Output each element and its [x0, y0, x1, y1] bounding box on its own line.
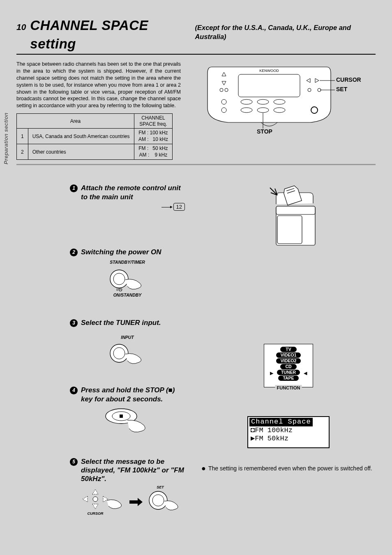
step-badge: 3	[70, 319, 78, 327]
label-input: INPUT	[70, 334, 185, 340]
svg-text:SET: SET	[157, 485, 164, 489]
step-4: 4 Press and hold the STOP (■) key for ab…	[70, 386, 185, 437]
step-text: Select the message to be displayed, "FM …	[81, 457, 185, 484]
lcd-title: Channel Space	[249, 418, 313, 426]
svg-text:KENWOOD: KENWOOD	[259, 69, 279, 73]
step-1: 1 Attach the remote control unit to the …	[70, 184, 185, 211]
function-caption: FUNCTION	[275, 385, 302, 391]
area-table: Area CHANNEL SPACE freq. 1 USA, Canada a…	[16, 113, 173, 160]
svg-point-19	[113, 273, 125, 285]
func-item: VIDEO2	[276, 358, 301, 364]
page-title: CHANNEL SPACE setting	[30, 16, 191, 53]
page-header: 10 CHANNEL SPACE setting (Except for the…	[16, 16, 376, 55]
stop-button-icon	[99, 406, 156, 437]
svg-text:I/⏻: I/⏻	[116, 288, 122, 292]
cursor-set-icon: CURSOR SET	[80, 486, 175, 519]
lcd-row: ◘FM 100kHz	[248, 426, 329, 435]
svg-point-26	[93, 497, 98, 502]
pointer-left-icon: ▶	[270, 370, 273, 376]
func-item: TAPE	[278, 375, 299, 381]
lcd-row: ▶FM 50kHz	[248, 435, 329, 443]
svg-rect-33	[277, 216, 302, 244]
remote-attach-illustration	[251, 184, 325, 253]
svg-rect-32	[276, 206, 315, 214]
section-divider	[16, 164, 376, 165]
func-item: VIDEO1	[276, 352, 301, 358]
device-diagram: KENWOOD	[191, 61, 376, 135]
table-row: 1 USA, Canada and South American countri…	[17, 129, 173, 144]
table-row: 2 Other countries FM : 50 kHz AM : 9 kHz	[17, 144, 173, 160]
page-number: 10	[16, 21, 26, 33]
svg-point-29	[152, 495, 164, 506]
side-tab: Preparation section	[2, 113, 10, 164]
footnote: ● The setting is remembered even when th…	[201, 465, 376, 472]
knob-icon	[103, 343, 152, 365]
step-badge: 5	[70, 458, 78, 466]
function-menu: TV VIDEO1 VIDEO2 CD ▶ TUNER ◀ TAPE	[264, 344, 313, 387]
knob-icon: I/⏻	[103, 267, 152, 292]
step-text: Attach the remote control unit to the ma…	[81, 184, 185, 201]
step-badge: 2	[70, 249, 78, 256]
note-text: The setting is remembered even when the …	[208, 465, 372, 472]
th-area: Area	[17, 114, 134, 129]
func-item-selected: TUNER	[277, 370, 300, 375]
page-subtitle: (Except for the U.S.A., Canada, U.K., Eu…	[195, 23, 376, 41]
step-3: 3 Select the TUNER input. INPUT	[70, 318, 185, 365]
step-2: 2 Switching the power ON STANDBY/TIMER I…	[70, 248, 185, 298]
step-badge: 1	[70, 184, 78, 192]
label-cursor: CURSOR	[336, 76, 361, 84]
lcd-display: Channel Space ◘FM 100kHz ▶FM 50kHz	[247, 416, 330, 448]
intro-paragraph: The space between radio channels has bee…	[16, 61, 181, 109]
func-item: CD	[280, 364, 297, 369]
pointer-right-icon: ◀	[304, 370, 307, 376]
label-stop: STOP	[257, 128, 272, 136]
step-badge: 4	[70, 387, 78, 394]
step-text: Switching the power ON	[81, 248, 185, 256]
step-5: 5 Select the message to be displayed, "F…	[70, 457, 185, 519]
page-ref: 12	[173, 203, 185, 211]
func-item: TV	[280, 347, 297, 352]
label-set: SET	[336, 85, 347, 93]
svg-point-22	[113, 348, 125, 359]
label-on-standby: ON/STANDBY	[70, 292, 185, 298]
label-standby-timer: STANDBY/TIMER	[70, 259, 185, 265]
step-text: Press and hold the STOP (■) key for abou…	[81, 386, 185, 403]
svg-rect-25	[120, 415, 123, 418]
bullet-icon: ●	[201, 465, 206, 472]
step-text: Select the TUNER input.	[81, 318, 185, 327]
th-freq: CHANNEL SPACE freq.	[134, 114, 172, 129]
svg-text:CURSOR: CURSOR	[87, 511, 104, 516]
svg-rect-1	[238, 74, 300, 97]
